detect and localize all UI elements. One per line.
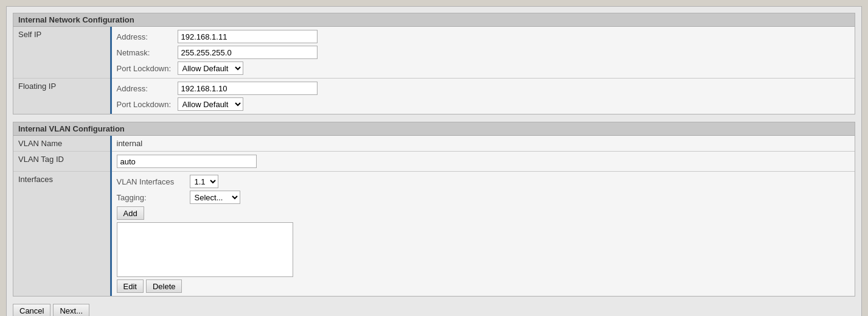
internal-network-section: Internal Network Configuration Self IP A… bbox=[13, 13, 855, 114]
vlan-tag-value-cell bbox=[111, 152, 855, 172]
floating-ip-address-row: Address: bbox=[117, 82, 850, 95]
self-ip-port-lockdown-row: Port Lockdown: Allow Default Allow All A… bbox=[117, 61, 850, 75]
self-ip-values: Address: Netmask: Port Lockdown: Allow D… bbox=[111, 27, 855, 79]
floating-ip-address-input[interactable] bbox=[178, 82, 318, 95]
self-ip-netmask-row: Netmask: bbox=[117, 46, 850, 59]
cancel-button[interactable]: Cancel bbox=[13, 304, 50, 316]
tagging-row: Tagging: Select... tagged untagged bbox=[117, 191, 850, 204]
self-ip-netmask-input[interactable] bbox=[178, 46, 318, 59]
delete-button[interactable]: Delete bbox=[146, 279, 182, 293]
internal-network-title: Internal Network Configuration bbox=[13, 13, 855, 27]
tagging-select[interactable]: Select... tagged untagged bbox=[190, 191, 240, 204]
page-wrapper: Internal Network Configuration Self IP A… bbox=[6, 6, 862, 316]
interfaces-label: Interfaces bbox=[13, 172, 111, 297]
vlan-interfaces-select[interactable]: 1.1 1.2 1.3 bbox=[190, 175, 218, 188]
vlan-interfaces-label: VLAN Interfaces bbox=[117, 177, 190, 186]
vlan-name-label: VLAN Name bbox=[13, 136, 111, 152]
vlan-name-value: internal bbox=[111, 136, 855, 152]
self-ip-address-label: Address: bbox=[117, 32, 178, 41]
vlan-tag-label: VLAN Tag ID bbox=[13, 152, 111, 172]
edit-delete-row: Edit Delete bbox=[117, 279, 850, 293]
floating-ip-label: Floating IP bbox=[13, 79, 111, 114]
floating-ip-address-label: Address: bbox=[117, 84, 178, 93]
interfaces-list[interactable] bbox=[117, 222, 293, 277]
floating-ip-port-lockdown-row: Port Lockdown: Allow Default Allow All A… bbox=[117, 97, 850, 111]
internal-network-table: Self IP Address: Netmask: Port Lockdown:… bbox=[13, 27, 855, 114]
vlan-tag-input[interactable] bbox=[117, 155, 257, 168]
vlan-tag-row: VLAN Tag ID bbox=[13, 152, 855, 172]
footer-buttons: Cancel Next... bbox=[13, 304, 855, 316]
internal-vlan-section: Internal VLAN Configuration VLAN Name in… bbox=[13, 122, 855, 297]
floating-ip-port-lockdown-select[interactable]: Allow Default Allow All Allow None Allow… bbox=[178, 97, 243, 111]
tagging-label: Tagging: bbox=[117, 193, 190, 202]
self-ip-port-lockdown-select[interactable]: Allow Default Allow All Allow None Allow… bbox=[178, 61, 243, 75]
self-ip-label: Self IP bbox=[13, 27, 111, 79]
self-ip-port-lockdown-label: Port Lockdown: bbox=[117, 64, 178, 73]
self-ip-address-input[interactable] bbox=[178, 30, 318, 43]
floating-ip-row: Floating IP Address: Port Lockdown: Allo… bbox=[13, 79, 855, 114]
self-ip-address-row: Address: bbox=[117, 30, 850, 43]
self-ip-row: Self IP Address: Netmask: Port Lockdown:… bbox=[13, 27, 855, 79]
edit-button[interactable]: Edit bbox=[117, 279, 144, 293]
vlan-name-row: VLAN Name internal bbox=[13, 136, 855, 152]
add-button-row: Add bbox=[117, 206, 850, 220]
self-ip-netmask-label: Netmask: bbox=[117, 48, 178, 57]
add-button[interactable]: Add bbox=[117, 206, 144, 220]
internal-vlan-title: Internal VLAN Configuration bbox=[13, 122, 855, 136]
floating-ip-port-lockdown-label: Port Lockdown: bbox=[117, 100, 178, 109]
internal-vlan-table: VLAN Name internal VLAN Tag ID Interface… bbox=[13, 136, 855, 296]
interfaces-row: Interfaces VLAN Interfaces 1.1 1.2 1.3 T… bbox=[13, 172, 855, 297]
floating-ip-values: Address: Port Lockdown: Allow Default Al… bbox=[111, 79, 855, 114]
next-button[interactable]: Next... bbox=[53, 304, 89, 316]
vlan-interfaces-row: VLAN Interfaces 1.1 1.2 1.3 bbox=[117, 175, 850, 188]
interfaces-value-cell: VLAN Interfaces 1.1 1.2 1.3 Tagging: Sel… bbox=[111, 172, 855, 297]
